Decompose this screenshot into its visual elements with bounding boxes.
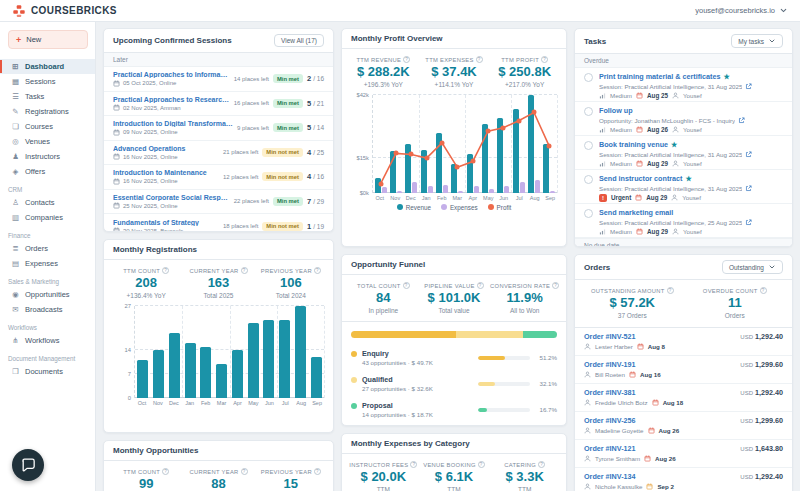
- registrations-bar[interactable]: [200, 347, 211, 398]
- order-link[interactable]: Order #INV-191: [584, 360, 661, 369]
- sidebar-item-opportunities[interactable]: ◉Opportunities: [0, 287, 95, 302]
- new-button[interactable]: + New: [8, 30, 88, 49]
- sidebar-item-documents[interactable]: ❒Documents: [0, 364, 95, 379]
- session-row[interactable]: Essential Corporate Social Responsibili.…: [104, 190, 333, 215]
- sidebar-item-venues[interactable]: ◎Venues: [0, 134, 95, 149]
- order-row[interactable]: Order #INV-256Madeline GoyetteAug 26USD …: [575, 412, 792, 440]
- registrations-bar[interactable]: [295, 306, 306, 398]
- profit-point[interactable]: [424, 155, 429, 160]
- sidebar-item-orders[interactable]: ≣Orders: [0, 241, 95, 256]
- profit-point[interactable]: [440, 140, 445, 145]
- sidebar-item-broadcasts[interactable]: ✉Broadcasts: [0, 302, 95, 317]
- task-title[interactable]: Book training venue★: [599, 140, 783, 149]
- registrations-bar[interactable]: [311, 357, 322, 398]
- external-link-icon[interactable]: [738, 117, 745, 124]
- help-icon[interactable]: ?: [541, 56, 548, 63]
- external-link-icon[interactable]: [745, 151, 752, 158]
- sidebar-item-offers[interactable]: ◈Offers: [0, 164, 95, 179]
- task-row[interactable]: Book training venue★Session: Practical A…: [575, 136, 792, 170]
- task-row[interactable]: Send marketing emailSession: Practical A…: [575, 204, 792, 238]
- chat-button[interactable]: [12, 449, 44, 481]
- session-row[interactable]: Introduction to Maintenance16 Nov 2025, …: [104, 165, 333, 190]
- profit-point[interactable]: [470, 159, 475, 164]
- user-menu[interactable]: yousef@coursebricks.io: [695, 6, 788, 15]
- task-row[interactable]: Print training material & certificates★S…: [575, 68, 792, 102]
- session-title[interactable]: Introduction to Digital Transformation: [113, 120, 233, 127]
- order-row[interactable]: Order #INV-521Lester HarberAug 8USD 1,29…: [575, 328, 792, 356]
- profit-point[interactable]: [532, 110, 537, 115]
- task-title[interactable]: Follow up: [599, 106, 783, 115]
- task-title[interactable]: Print training material & certificates★: [599, 72, 783, 81]
- task-title[interactable]: Send instructor contract★: [599, 174, 783, 183]
- registrations-bar[interactable]: [248, 323, 259, 398]
- registrations-bar[interactable]: [185, 343, 196, 398]
- sidebar-item-expenses[interactable]: ▤Expenses: [0, 256, 95, 271]
- funnel-stage-row[interactable]: Enquiry43 opportunities · $ 49.7K51.2%: [342, 345, 566, 371]
- help-icon[interactable]: ?: [241, 468, 248, 475]
- registrations-bar[interactable]: [232, 350, 243, 398]
- help-icon[interactable]: ?: [314, 267, 321, 274]
- help-icon[interactable]: ?: [476, 56, 483, 63]
- help-icon[interactable]: ?: [314, 468, 321, 475]
- tasks-filter-select[interactable]: My tasks: [731, 34, 783, 48]
- task-row[interactable]: Follow upOpportunity: Jonathan McLoughli…: [575, 102, 792, 136]
- help-icon[interactable]: ?: [162, 267, 169, 274]
- sidebar-item-workflows[interactable]: ⋔Workflows: [0, 333, 95, 348]
- funnel-stage-row[interactable]: Qualified27 opportunities · $ 32.6K32.1%: [342, 371, 566, 397]
- order-row[interactable]: Order #INV-121Tyrone SmithamAug 26USD 1,…: [575, 440, 792, 468]
- profit-point[interactable]: [455, 165, 460, 170]
- sidebar-item-instructors[interactable]: ♟Instructors: [0, 149, 95, 164]
- funnel-stage-row[interactable]: Proposal14 opportunities · $ 18.7K16.7%: [342, 397, 566, 423]
- sidebar-item-contacts[interactable]: ♙Contacts: [0, 195, 95, 210]
- order-link[interactable]: Order #INV-381: [584, 388, 683, 397]
- help-icon[interactable]: ?: [403, 56, 410, 63]
- help-icon[interactable]: ?: [403, 282, 410, 289]
- registrations-bar[interactable]: [169, 333, 180, 398]
- profit-point[interactable]: [409, 152, 414, 157]
- task-checkbox[interactable]: [584, 175, 593, 184]
- help-icon[interactable]: ?: [162, 468, 169, 475]
- help-icon[interactable]: ?: [538, 461, 545, 468]
- profit-point[interactable]: [501, 125, 506, 130]
- orders-filter-select[interactable]: Outstanding: [722, 260, 783, 274]
- task-checkbox[interactable]: [584, 107, 593, 116]
- session-title[interactable]: Practical Approaches to Research and...: [113, 96, 230, 103]
- sidebar-item-registrations[interactable]: ✎Registrations: [0, 104, 95, 119]
- help-icon[interactable]: ?: [760, 287, 767, 294]
- session-title[interactable]: Advanced Operations: [113, 145, 219, 152]
- task-row[interactable]: Send instructor contract★Session: Practi…: [575, 170, 792, 204]
- task-checkbox[interactable]: [584, 73, 593, 82]
- session-row[interactable]: Fundamentals of Strategy30 Nov 2025, Bru…: [104, 214, 333, 232]
- external-link-icon[interactable]: [745, 83, 752, 90]
- registrations-bar[interactable]: [137, 360, 148, 397]
- session-row[interactable]: Practical Approaches to Information T...…: [104, 67, 333, 92]
- help-icon[interactable]: ?: [552, 282, 559, 289]
- registrations-bar[interactable]: [153, 350, 164, 398]
- registrations-bar[interactable]: [216, 364, 227, 398]
- order-link[interactable]: Order #INV-521: [584, 332, 665, 341]
- session-row[interactable]: Practical Approaches to Research and...0…: [104, 92, 333, 117]
- order-row[interactable]: Order #INV-381Freddie Ulrich BotzAug 18U…: [575, 384, 792, 412]
- session-title[interactable]: Introduction to Maintenance: [113, 169, 219, 176]
- task-title[interactable]: Send marketing email: [599, 208, 783, 217]
- sidebar-item-tasks[interactable]: ☰Tasks: [0, 89, 95, 104]
- help-icon[interactable]: ?: [477, 282, 484, 289]
- session-row[interactable]: Introduction to Digital Transformation09…: [104, 116, 333, 141]
- session-title[interactable]: Practical Approaches to Information T...: [113, 71, 230, 78]
- sidebar-item-dashboard[interactable]: ⊞Dashboard: [0, 59, 95, 74]
- order-row[interactable]: Order #INV-191Bill RoetenAug 16USD 1,299…: [575, 356, 792, 384]
- order-link[interactable]: Order #INV-134: [584, 472, 674, 481]
- help-icon[interactable]: ?: [667, 287, 674, 294]
- registrations-bar[interactable]: [263, 320, 274, 398]
- profit-point[interactable]: [516, 118, 521, 123]
- external-link-icon[interactable]: [745, 185, 752, 192]
- sidebar-item-courses[interactable]: ❏Courses: [0, 119, 95, 134]
- help-icon[interactable]: ?: [478, 461, 485, 468]
- profit-point[interactable]: [486, 129, 491, 134]
- help-icon[interactable]: ?: [410, 461, 417, 468]
- session-title[interactable]: Essential Corporate Social Responsibili.…: [113, 194, 230, 201]
- order-link[interactable]: Order #INV-256: [584, 416, 679, 425]
- task-checkbox[interactable]: [584, 141, 593, 150]
- profit-point[interactable]: [378, 181, 383, 186]
- order-link[interactable]: Order #INV-121: [584, 444, 676, 453]
